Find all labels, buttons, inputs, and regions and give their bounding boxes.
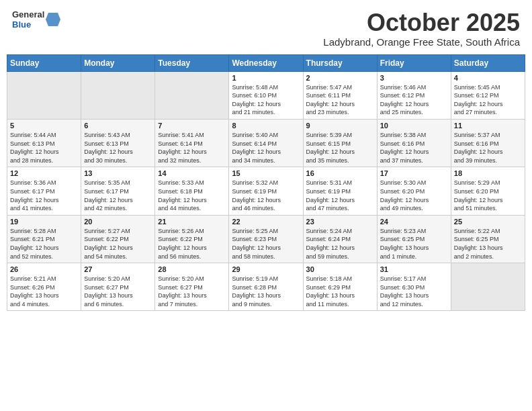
day-number: 15 (232, 169, 300, 177)
day-info: Sunrise: 5:38 AM Sunset: 6:16 PM Dayligh… (380, 131, 448, 165)
day-cell: 17Sunrise: 5:30 AM Sunset: 6:20 PM Dayli… (377, 167, 451, 215)
month-title: October 2025 (323, 9, 520, 36)
day-cell: 27Sunrise: 5:20 AM Sunset: 6:27 PM Dayli… (81, 263, 155, 311)
day-cell: 5Sunrise: 5:44 AM Sunset: 6:13 PM Daylig… (7, 119, 81, 167)
day-cell: 12Sunrise: 5:36 AM Sunset: 6:17 PM Dayli… (7, 167, 81, 215)
day-info: Sunrise: 5:35 AM Sunset: 6:17 PM Dayligh… (84, 179, 152, 212)
day-info: Sunrise: 5:19 AM Sunset: 6:28 PM Dayligh… (232, 275, 300, 308)
weekday-header-thursday: Thursday (303, 54, 377, 71)
weekday-header-sunday: Sunday (7, 54, 81, 71)
week-row-5: 26Sunrise: 5:21 AM Sunset: 6:26 PM Dayli… (7, 263, 525, 311)
day-cell: 7Sunrise: 5:41 AM Sunset: 6:14 PM Daylig… (155, 119, 229, 167)
day-cell: 13Sunrise: 5:35 AM Sunset: 6:17 PM Dayli… (81, 167, 155, 215)
location-title: Ladybrand, Orange Free State, South Afri… (323, 36, 520, 48)
day-info: Sunrise: 5:48 AM Sunset: 6:10 PM Dayligh… (232, 83, 300, 117)
day-cell: 20Sunrise: 5:27 AM Sunset: 6:22 PM Dayli… (81, 215, 155, 263)
day-number: 17 (380, 169, 448, 177)
day-cell: 3Sunrise: 5:46 AM Sunset: 6:12 PM Daylig… (377, 71, 451, 119)
day-cell: 15Sunrise: 5:32 AM Sunset: 6:19 PM Dayli… (229, 167, 303, 215)
weekday-header-tuesday: Tuesday (155, 54, 229, 71)
day-info: Sunrise: 5:44 AM Sunset: 6:13 PM Dayligh… (10, 131, 78, 165)
day-number: 1 (232, 74, 300, 82)
weekday-header-wednesday: Wednesday (229, 54, 303, 71)
day-number: 19 (10, 218, 78, 226)
day-info: Sunrise: 5:25 AM Sunset: 6:23 PM Dayligh… (232, 227, 300, 261)
day-number: 8 (232, 122, 300, 130)
day-cell: 16Sunrise: 5:31 AM Sunset: 6:19 PM Dayli… (303, 167, 377, 215)
day-number: 14 (158, 169, 226, 177)
page-header: General Blue October 2025 Ladybrand, Ora… (7, 7, 525, 50)
day-cell: 8Sunrise: 5:40 AM Sunset: 6:14 PM Daylig… (229, 119, 303, 167)
day-cell (7, 71, 81, 119)
day-number: 16 (306, 169, 374, 177)
day-number: 23 (306, 218, 374, 226)
calendar-table: SundayMondayTuesdayWednesdayThursdayFrid… (7, 54, 525, 312)
day-number: 6 (84, 122, 152, 130)
day-cell (81, 71, 155, 119)
day-cell: 28Sunrise: 5:20 AM Sunset: 6:27 PM Dayli… (155, 263, 229, 311)
day-info: Sunrise: 5:32 AM Sunset: 6:19 PM Dayligh… (232, 179, 300, 212)
weekday-header-saturday: Saturday (451, 54, 525, 71)
logo-icon (46, 10, 60, 29)
day-info: Sunrise: 5:31 AM Sunset: 6:19 PM Dayligh… (306, 179, 374, 212)
logo-blue-text: Blue (12, 19, 44, 30)
day-cell: 1Sunrise: 5:48 AM Sunset: 6:10 PM Daylig… (229, 71, 303, 119)
day-number: 18 (454, 169, 522, 177)
day-cell: 9Sunrise: 5:39 AM Sunset: 6:15 PM Daylig… (303, 119, 377, 167)
day-number: 21 (158, 218, 226, 226)
day-number: 12 (10, 169, 78, 177)
day-info: Sunrise: 5:47 AM Sunset: 6:11 PM Dayligh… (306, 83, 374, 117)
day-cell: 25Sunrise: 5:22 AM Sunset: 6:25 PM Dayli… (451, 215, 525, 263)
day-info: Sunrise: 5:46 AM Sunset: 6:12 PM Dayligh… (380, 83, 448, 117)
day-info: Sunrise: 5:21 AM Sunset: 6:26 PM Dayligh… (10, 275, 78, 308)
day-number: 9 (306, 122, 374, 130)
day-cell: 2Sunrise: 5:47 AM Sunset: 6:11 PM Daylig… (303, 71, 377, 119)
day-info: Sunrise: 5:39 AM Sunset: 6:15 PM Dayligh… (306, 131, 374, 165)
day-number: 2 (306, 74, 374, 82)
svg-marker-0 (46, 13, 60, 26)
day-number: 30 (306, 265, 374, 273)
day-info: Sunrise: 5:33 AM Sunset: 6:18 PM Dayligh… (158, 179, 226, 212)
week-row-2: 5Sunrise: 5:44 AM Sunset: 6:13 PM Daylig… (7, 119, 525, 167)
day-info: Sunrise: 5:27 AM Sunset: 6:22 PM Dayligh… (84, 227, 152, 261)
week-row-4: 19Sunrise: 5:28 AM Sunset: 6:21 PM Dayli… (7, 215, 525, 263)
logo: General Blue (12, 9, 60, 30)
day-number: 5 (10, 122, 78, 130)
day-info: Sunrise: 5:18 AM Sunset: 6:29 PM Dayligh… (306, 275, 374, 308)
day-number: 28 (158, 265, 226, 273)
day-number: 27 (84, 265, 152, 273)
day-cell: 22Sunrise: 5:25 AM Sunset: 6:23 PM Dayli… (229, 215, 303, 263)
day-cell: 31Sunrise: 5:17 AM Sunset: 6:30 PM Dayli… (377, 263, 451, 311)
day-number: 7 (158, 122, 226, 130)
day-info: Sunrise: 5:37 AM Sunset: 6:16 PM Dayligh… (454, 131, 522, 165)
day-cell: 10Sunrise: 5:38 AM Sunset: 6:16 PM Dayli… (377, 119, 451, 167)
day-info: Sunrise: 5:20 AM Sunset: 6:27 PM Dayligh… (84, 275, 152, 308)
weekday-header-monday: Monday (81, 54, 155, 71)
day-info: Sunrise: 5:24 AM Sunset: 6:24 PM Dayligh… (306, 227, 374, 261)
day-info: Sunrise: 5:45 AM Sunset: 6:12 PM Dayligh… (454, 83, 522, 117)
day-info: Sunrise: 5:20 AM Sunset: 6:27 PM Dayligh… (158, 275, 226, 308)
weekday-header-friday: Friday (377, 54, 451, 71)
day-cell: 24Sunrise: 5:23 AM Sunset: 6:25 PM Dayli… (377, 215, 451, 263)
week-row-3: 12Sunrise: 5:36 AM Sunset: 6:17 PM Dayli… (7, 167, 525, 215)
day-number: 3 (380, 74, 448, 82)
day-number: 13 (84, 169, 152, 177)
day-info: Sunrise: 5:30 AM Sunset: 6:20 PM Dayligh… (380, 179, 448, 212)
day-cell: 29Sunrise: 5:19 AM Sunset: 6:28 PM Dayli… (229, 263, 303, 311)
logo-general-text: General (12, 9, 44, 19)
day-cell (451, 263, 525, 311)
day-info: Sunrise: 5:17 AM Sunset: 6:30 PM Dayligh… (380, 275, 448, 308)
day-cell: 11Sunrise: 5:37 AM Sunset: 6:16 PM Dayli… (451, 119, 525, 167)
day-cell: 19Sunrise: 5:28 AM Sunset: 6:21 PM Dayli… (7, 215, 81, 263)
day-cell: 23Sunrise: 5:24 AM Sunset: 6:24 PM Dayli… (303, 215, 377, 263)
day-cell (155, 71, 229, 119)
day-number: 4 (454, 74, 522, 82)
day-number: 10 (380, 122, 448, 130)
day-cell: 30Sunrise: 5:18 AM Sunset: 6:29 PM Dayli… (303, 263, 377, 311)
day-number: 22 (232, 218, 300, 226)
title-block: October 2025 Ladybrand, Orange Free Stat… (323, 9, 520, 48)
day-number: 26 (10, 265, 78, 273)
day-info: Sunrise: 5:40 AM Sunset: 6:14 PM Dayligh… (232, 131, 300, 165)
day-info: Sunrise: 5:28 AM Sunset: 6:21 PM Dayligh… (10, 227, 78, 261)
day-info: Sunrise: 5:41 AM Sunset: 6:14 PM Dayligh… (158, 131, 226, 165)
